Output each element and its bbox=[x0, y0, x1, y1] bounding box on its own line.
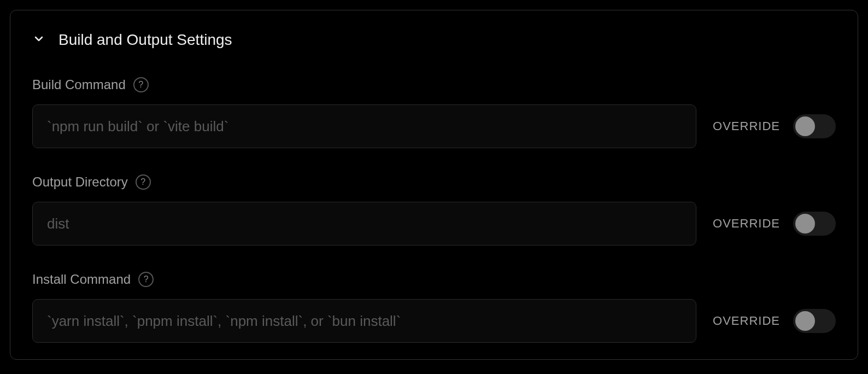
override-label: OVERRIDE bbox=[713, 217, 780, 231]
field-input-row: OVERRIDE bbox=[32, 202, 836, 246]
toggle-knob bbox=[795, 311, 815, 331]
build-command-override-toggle[interactable] bbox=[793, 114, 836, 138]
field-label-row: Output Directory ? bbox=[32, 174, 836, 190]
field-label-row: Install Command ? bbox=[32, 272, 836, 287]
output-directory-label: Output Directory bbox=[32, 174, 128, 190]
build-command-label: Build Command bbox=[32, 77, 126, 92]
field-label-row: Build Command ? bbox=[32, 77, 836, 92]
field-input-row: OVERRIDE bbox=[32, 299, 836, 343]
override-label: OVERRIDE bbox=[713, 119, 780, 133]
help-icon[interactable]: ? bbox=[138, 272, 154, 287]
field-input-row: OVERRIDE bbox=[32, 104, 836, 148]
install-command-label: Install Command bbox=[32, 272, 131, 287]
build-command-input[interactable] bbox=[32, 104, 696, 148]
chevron-down-icon bbox=[32, 32, 45, 48]
install-command-field: Install Command ? OVERRIDE bbox=[32, 272, 836, 343]
install-command-override-toggle[interactable] bbox=[793, 309, 836, 333]
section-title: Build and Output Settings bbox=[58, 31, 232, 49]
help-icon[interactable]: ? bbox=[136, 174, 151, 190]
toggle-knob bbox=[795, 116, 815, 136]
install-command-input[interactable] bbox=[32, 299, 696, 343]
help-icon[interactable]: ? bbox=[133, 77, 149, 92]
build-command-field: Build Command ? OVERRIDE bbox=[32, 77, 836, 148]
output-directory-field: Output Directory ? OVERRIDE bbox=[32, 174, 836, 246]
output-directory-input[interactable] bbox=[32, 202, 696, 246]
output-directory-override-toggle[interactable] bbox=[793, 212, 836, 236]
override-label: OVERRIDE bbox=[713, 314, 780, 328]
build-output-settings-panel: Build and Output Settings Build Command … bbox=[10, 10, 858, 360]
toggle-knob bbox=[795, 214, 815, 233]
section-header[interactable]: Build and Output Settings bbox=[32, 31, 836, 49]
